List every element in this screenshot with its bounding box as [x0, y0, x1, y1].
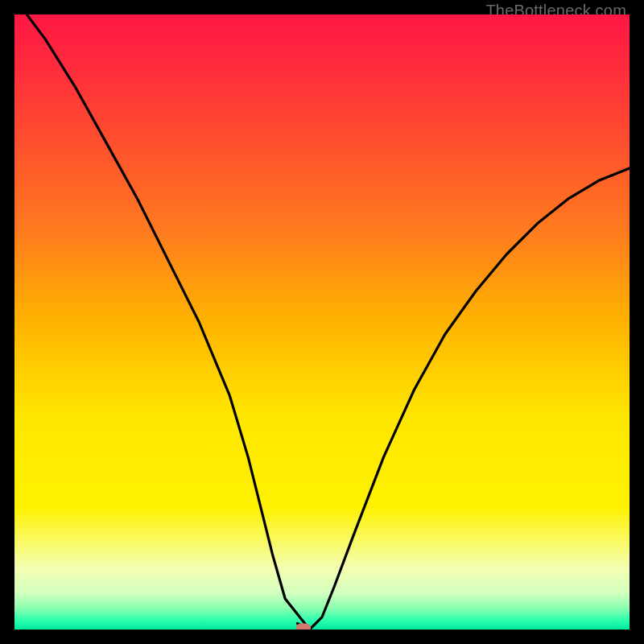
- chart-stage: TheBottleneck.com: [0, 0, 644, 644]
- bottleneck-curve: [14, 14, 630, 630]
- plot-area: [14, 14, 630, 630]
- minimum-marker: [296, 624, 311, 630]
